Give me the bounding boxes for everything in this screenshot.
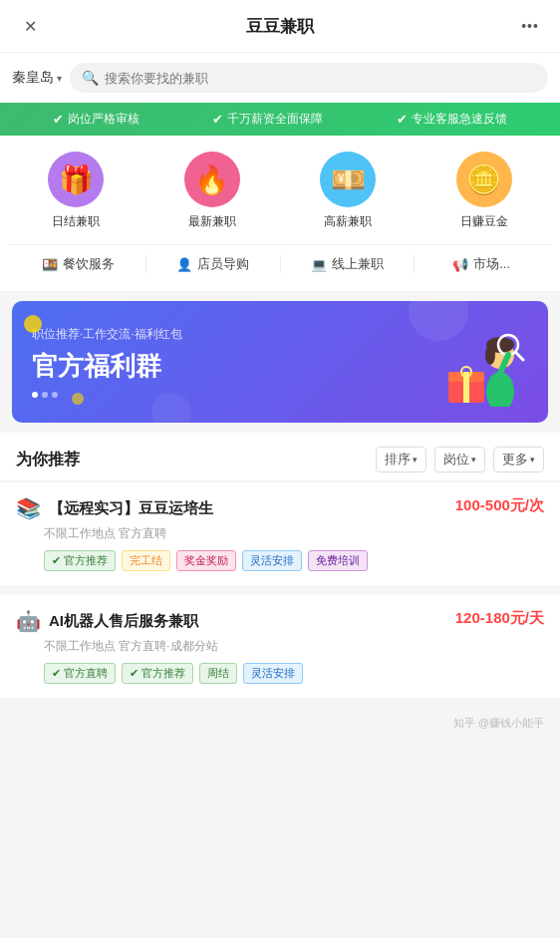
check-icon-3: ✔ [397,112,408,127]
banner-dot-1 [32,392,38,398]
position-label: 岗位 [443,451,469,469]
section-title: 为你推荐 [16,450,80,470]
banner-dots [32,392,428,398]
banner-dot-3 [52,392,58,398]
food-icon: 🍱 [42,257,58,272]
market-icon: 📢 [452,257,468,272]
svg-point-7 [485,345,495,365]
position-filter-button[interactable]: 岗位 ▾ [434,447,485,472]
section-filters: 排序 ▾ 岗位 ▾ 更多 ▾ [376,447,544,472]
category-grid: 🎁 日结兼职 🔥 最新兼职 💴 高薪兼职 🪙 日赚豆金 [8,152,552,230]
search-input[interactable] [105,71,536,86]
location-selector[interactable]: 秦皇岛 ▾ [12,69,62,87]
banner-dot-2 [42,392,48,398]
watermark-text: 知乎 @赚钱小能手 [453,717,544,729]
tag-weekly-1: 周结 [199,663,237,684]
job-title-row-0: 📚 【远程实习】豆豆运培生 [16,496,455,520]
trust-item-1: ✔ 岗位严格审核 [53,111,140,128]
category-high-salary[interactable]: 💴 高薪兼职 [320,152,376,230]
trust-item-2: ✔ 千万薪资全面保障 [212,111,323,128]
trust-bar: ✔ 岗位严格审核 ✔ 千万薪资全面保障 ✔ 专业客服急速反馈 [0,103,560,136]
sub-cat-label-1: 店员导购 [197,255,249,273]
category-label-1: 最新兼职 [188,213,236,230]
category-daily-settlement[interactable]: 🎁 日结兼职 [48,152,104,230]
job-card-1[interactable]: 🤖 AI机器人售后服务兼职 120-180元/天 不限工作地点 官方直聘·成都分… [0,595,560,706]
sub-cat-market[interactable]: 📢 市场... [415,255,548,273]
category-icon-gift: 🎁 [48,152,104,207]
more-filter-button[interactable]: 更多 ▾ [493,447,544,472]
recommendation-section-header: 为你推荐 排序 ▾ 岗位 ▾ 更多 ▾ [0,433,560,480]
app-title: 豆豆兼职 [246,15,314,38]
tag-flexible-1: 灵活安排 [243,663,303,684]
search-input-wrapper[interactable]: 🔍 [70,63,548,93]
job-icon-0: 📚 [16,496,41,520]
tag-official-rec-1: ✔ 官方推荐 [122,663,193,684]
tag-flexible-0: 灵活安排 [242,550,302,571]
svg-line-9 [515,352,523,360]
job-tags-1: ✔ 官方直聘 ✔ 官方推荐 周结 灵活安排 [16,663,544,684]
search-bar: 秦皇岛 ▾ 🔍 [0,53,560,103]
sub-cat-online[interactable]: 💻 线上兼职 [281,255,416,273]
check-icon-2: ✔ [212,112,223,127]
category-label-2: 高薪兼职 [324,213,372,230]
job-tags-0: ✔ 官方推荐 完工结 奖金奖励 灵活安排 免费培训 [16,550,544,571]
job-salary-1: 120-180元/天 [455,609,544,628]
job-card-header-1: 🤖 AI机器人售后服务兼职 120-180元/天 [16,609,544,633]
tag-official-0: ✔ 官方推荐 [44,550,116,571]
job-salary-0: 100-500元/次 [455,496,544,515]
job-card-0[interactable]: 📚 【远程实习】豆豆运培生 100-500元/次 不限工作地点 官方直聘 ✔ 官… [0,482,560,593]
category-icon-money: 💴 [320,152,376,207]
online-icon: 💻 [311,257,327,272]
job-icon-1: 🤖 [16,609,41,633]
more-label: 更多 [502,451,528,469]
category-latest[interactable]: 🔥 最新兼职 [184,152,240,230]
check-icon-1: ✔ [53,112,64,127]
tag-complete-0: 完工结 [122,550,170,571]
job-title-1: AI机器人售后服务兼职 [49,612,198,631]
sub-category-row: 🍱 餐饮服务 👤 店员导购 💻 线上兼职 📢 市场... [8,244,552,283]
chevron-down-icon: ▾ [57,73,62,84]
sub-cat-label-2: 线上兼职 [332,255,384,273]
svg-point-4 [486,372,514,407]
job-card-header-0: 📚 【远程实习】豆豆运培生 100-500元/次 [16,496,544,520]
job-title-row-1: 🤖 AI机器人售后服务兼职 [16,609,455,633]
banner-left: 职位推荐·工作交流·福利红包 官方福利群 [32,326,428,398]
category-section: 🎁 日结兼职 🔥 最新兼职 💴 高薪兼职 🪙 日赚豆金 🍱 餐饮服务 [0,136,560,291]
search-icon: 🔍 [82,70,99,86]
more-button[interactable]: ••• [516,12,544,40]
sub-cat-food[interactable]: 🍱 餐饮服务 [12,255,146,273]
sales-icon: 👤 [176,257,192,272]
banner-subtitle: 职位推荐·工作交流·福利红包 [32,326,428,343]
location-label: 秦皇岛 [12,69,54,87]
sort-label: 排序 [385,451,411,469]
tag-free-0: 免费培训 [308,550,368,571]
close-button[interactable]: ✕ [16,12,44,40]
trust-item-3: ✔ 专业客服急速反馈 [397,111,507,128]
tag-official-direct-1: ✔ 官方直聘 [44,663,116,684]
trust-text-3: 专业客服急速反馈 [412,111,507,128]
category-icon-coin: 🪙 [456,152,512,207]
job-title-0: 【远程实习】豆豆运培生 [49,499,213,518]
app-header: ✕ 豆豆兼职 ••• [0,0,560,53]
promo-banner[interactable]: 职位推荐·工作交流·福利红包 官方福利群 [12,301,548,423]
category-icon-fire: 🔥 [184,152,240,207]
sub-cat-label-0: 餐饮服务 [63,255,115,273]
sub-cat-label-3: 市场... [473,255,510,273]
tag-bonus-0: 奖金奖励 [176,550,236,571]
job-meta-0: 不限工作地点 官方直聘 [16,525,544,542]
trust-text-2: 千万薪资全面保障 [227,111,323,128]
job-meta-1: 不限工作地点 官方直聘·成都分站 [16,638,544,655]
more-chevron: ▾ [530,455,535,465]
close-icon: ✕ [24,17,37,36]
trust-text-1: 岗位严格审核 [68,111,140,128]
sub-cat-sales[interactable]: 👤 店员导购 [146,255,281,273]
position-chevron: ▾ [471,455,476,465]
category-label-3: 日赚豆金 [460,213,508,230]
banner-title: 官方福利群 [32,349,428,384]
sort-filter-button[interactable]: 排序 ▾ [376,447,426,472]
footer-watermark: 知乎 @赚钱小能手 [0,708,560,739]
category-label-0: 日结兼职 [52,213,100,230]
sort-chevron: ▾ [413,455,418,465]
category-earn-beans[interactable]: 🪙 日赚豆金 [456,152,512,230]
more-icon: ••• [521,18,539,34]
